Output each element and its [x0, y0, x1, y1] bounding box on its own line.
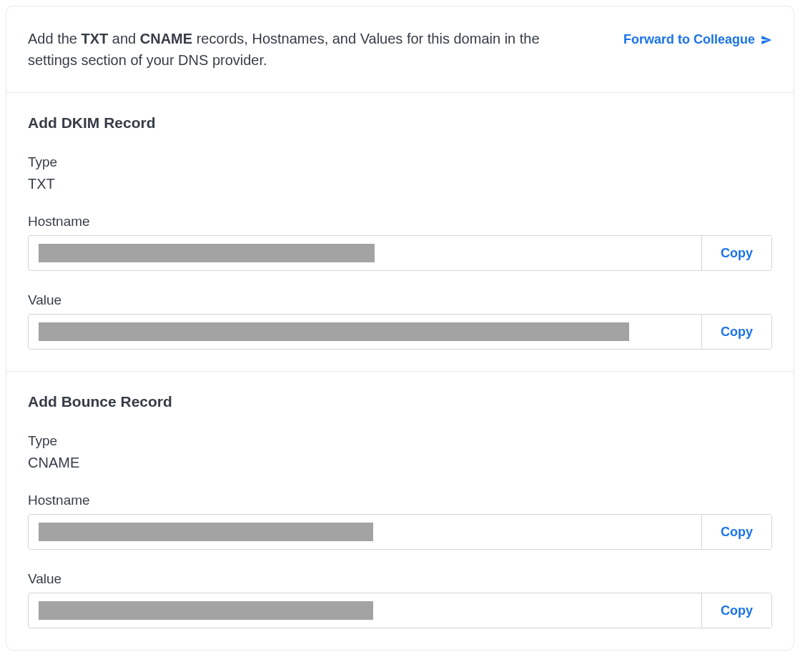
instr-mid: and: [108, 31, 139, 46]
dkim-hostname-row: Copy: [28, 235, 772, 271]
dkim-hostname-label: Hostname: [28, 214, 772, 229]
redacted-placeholder: [39, 322, 629, 341]
bounce-hostname-copy-button[interactable]: Copy: [701, 515, 771, 549]
redacted-placeholder: [39, 244, 375, 262]
bounce-section: Add Bounce Record Type CNAME Hostname Co…: [6, 371, 794, 650]
redacted-placeholder: [39, 601, 373, 620]
instr-pre: Add the: [28, 31, 82, 46]
instructions-text: Add the TXT and CNAME records, Hostnames…: [28, 28, 571, 71]
bounce-hostname-row: Copy: [28, 514, 772, 550]
bounce-value-copy-button[interactable]: Copy: [701, 593, 771, 628]
txt-label: TXT: [82, 31, 109, 46]
paper-plane-icon: [761, 34, 772, 46]
dkim-section: Add DKIM Record Type TXT Hostname Copy V…: [6, 92, 794, 371]
bounce-type-block: Type CNAME: [28, 433, 772, 471]
bounce-value-row: Copy: [28, 593, 772, 628]
bounce-title: Add Bounce Record: [28, 393, 772, 410]
dkim-hostname-block: Hostname Copy: [28, 214, 772, 271]
forward-label: Forward to Colleague: [623, 32, 755, 47]
header-row: Add the TXT and CNAME records, Hostnames…: [6, 6, 794, 92]
bounce-value-block: Value Copy: [28, 571, 772, 628]
bounce-value-label: Value: [28, 571, 772, 587]
redacted-placeholder: [39, 523, 373, 541]
dkim-value-label: Value: [28, 292, 772, 308]
dkim-type-label: Type: [28, 154, 772, 170]
dkim-type-value: TXT: [28, 176, 55, 192]
dkim-value-row: Copy: [28, 314, 772, 350]
dkim-title: Add DKIM Record: [28, 114, 772, 132]
dns-settings-card: Add the TXT and CNAME records, Hostnames…: [6, 6, 794, 651]
forward-to-colleague-link[interactable]: Forward to Colleague: [623, 28, 772, 47]
dkim-value-block: Value Copy: [28, 292, 772, 350]
dkim-hostname-value[interactable]: [29, 236, 701, 270]
dkim-value-value[interactable]: [29, 315, 701, 349]
bounce-value-value[interactable]: [29, 593, 701, 628]
bounce-hostname-label: Hostname: [28, 493, 772, 508]
bounce-hostname-value[interactable]: [29, 515, 701, 549]
bounce-hostname-block: Hostname Copy: [28, 493, 772, 550]
bounce-type-label: Type: [28, 433, 772, 449]
dkim-hostname-copy-button[interactable]: Copy: [701, 236, 771, 270]
bounce-type-value: CNAME: [28, 455, 79, 470]
cname-label: CNAME: [140, 31, 192, 46]
dkim-value-copy-button[interactable]: Copy: [701, 315, 771, 349]
dkim-type-block: Type TXT: [28, 154, 772, 192]
